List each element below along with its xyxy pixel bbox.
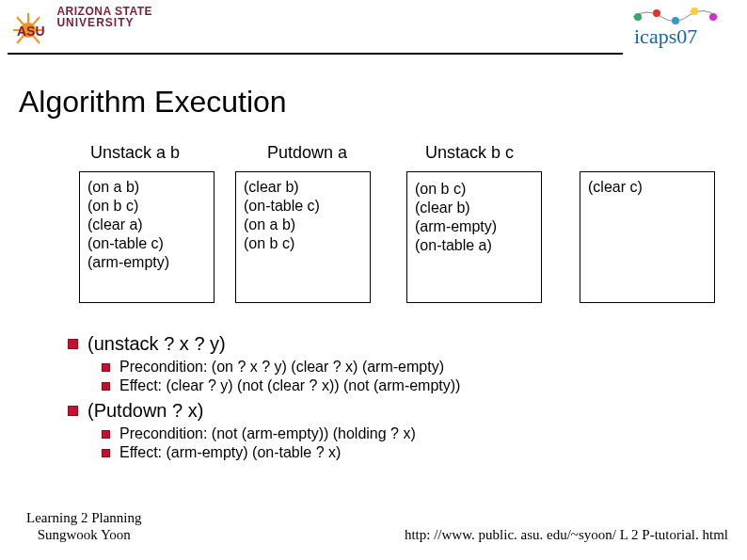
slide-title: Algorithm Execution: [19, 85, 287, 120]
footer-author: Learning 2 Planning Sungwook Yoon: [26, 509, 141, 543]
putdown-heading: (Putdown ? x): [68, 400, 689, 422]
asu-logo: ASU ARIZONA STATE UNIVERSITY: [8, 6, 196, 51]
bullet-icon: [102, 449, 110, 457]
bullet-icon: [102, 382, 110, 391]
state3-l4: (on-table a): [415, 236, 533, 255]
svg-point-10: [653, 9, 660, 17]
state2-l4: (on b c): [244, 234, 362, 253]
unstack-pre-text: Precondition: (on ? x ? y) (clear ? x) (…: [119, 359, 444, 376]
footer-left-line2: Sungwook Yoon: [26, 526, 141, 543]
state4-l1: (clear c): [588, 178, 707, 197]
svg-point-12: [691, 8, 698, 15]
svg-point-13: [709, 13, 717, 21]
header-divider: [8, 53, 623, 55]
putdown-eff-text: Effect: (arm-empty) (on-table ? x): [119, 444, 341, 461]
unstack-head-text: (unstack ? x ? y): [87, 333, 226, 355]
putdown-effect: Effect: (arm-empty) (on-table ? x): [102, 444, 689, 461]
step-label-unstack-ab: Unstack a b: [90, 143, 180, 163]
state-box-1: (on a b) (on b c) (clear a) (on-table c)…: [79, 171, 215, 303]
unstack-eff-text: Effect: (clear ? y) (not (clear ? x)) (n…: [119, 377, 460, 394]
state2-l2: (on-table c): [244, 197, 362, 216]
state1-l5: (arm-empty): [87, 253, 206, 272]
state3-l1: (on b c): [415, 180, 533, 199]
state-box-2: (clear b) (on-table c) (on a b) (on b c): [235, 171, 371, 303]
asu-sunburst-icon: ASU: [8, 6, 49, 51]
putdown-precondition: Precondition: (not (arm-empty)) (holding…: [102, 425, 689, 442]
icaps-logo: icaps07: [628, 4, 741, 51]
state3-l2: (clear b): [415, 199, 533, 217]
svg-point-9: [634, 13, 642, 21]
unstack-effect: Effect: (clear ? y) (not (clear ? x)) (n…: [102, 377, 689, 394]
footer-url: http: //www. public. asu. edu/~syoon/ L …: [405, 527, 728, 543]
state3-l3: (arm-empty): [415, 217, 533, 236]
state1-l4: (on-table c): [87, 234, 206, 253]
putdown-pre-text: Precondition: (not (arm-empty)) (holding…: [119, 425, 416, 442]
step-label-unstack-bc: Unstack b c: [425, 143, 514, 163]
step-label-putdown-a: Putdown a: [267, 143, 347, 163]
bullet-icon: [102, 363, 110, 372]
state2-l3: (on a b): [244, 216, 362, 234]
state1-l2: (on b c): [87, 197, 206, 216]
footer-left-line1: Learning 2 Planning: [26, 509, 141, 526]
action-definitions: (unstack ? x ? y) Precondition: (on ? x …: [68, 328, 689, 463]
state-box-4: (clear c): [580, 171, 715, 303]
icaps-text: icaps07: [634, 24, 697, 48]
bullet-icon: [68, 406, 78, 416]
state1-l3: (clear a): [87, 216, 206, 234]
svg-text:ASU: ASU: [17, 24, 45, 39]
state1-l1: (on a b): [87, 178, 206, 197]
bullet-icon: [68, 339, 78, 349]
putdown-head-text: (Putdown ? x): [87, 400, 203, 422]
bullet-icon: [102, 430, 110, 439]
state-box-3: (on b c) (clear b) (arm-empty) (on-table…: [406, 171, 542, 303]
svg-point-11: [672, 17, 679, 24]
unstack-heading: (unstack ? x ? y): [68, 333, 689, 355]
asu-wordmark: ARIZONA STATE UNIVERSITY: [56, 6, 152, 28]
unstack-precondition: Precondition: (on ? x ? y) (clear ? x) (…: [102, 359, 689, 376]
slide: ASU ARIZONA STATE UNIVERSITY icaps07 Alg…: [0, 0, 747, 560]
state2-l1: (clear b): [244, 178, 362, 197]
asu-line2: UNIVERSITY: [56, 17, 152, 28]
